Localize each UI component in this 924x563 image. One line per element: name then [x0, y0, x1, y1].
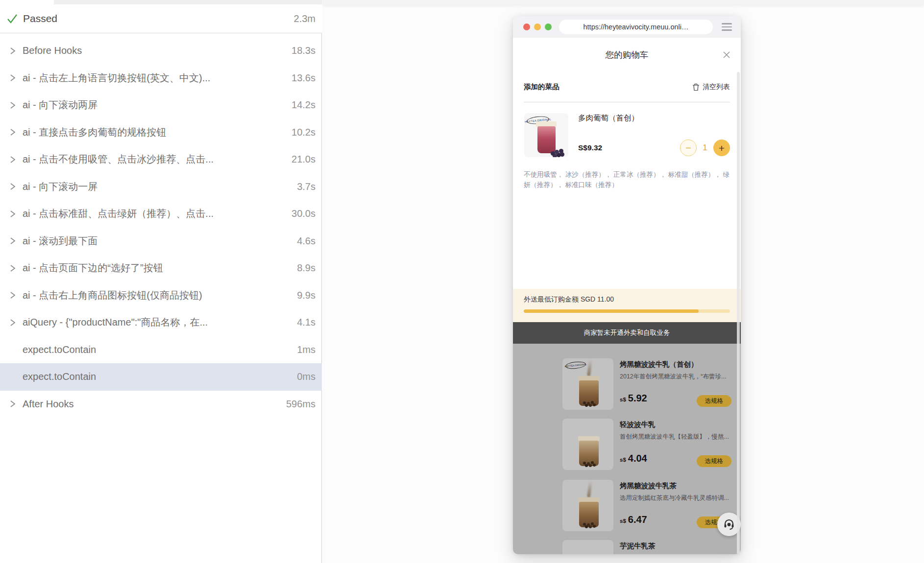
step-label: expect.toContain: [23, 371, 291, 382]
menu-product-name: 烤黑糖波波牛乳（首创）: [620, 360, 698, 369]
boba-decoration: [583, 523, 586, 526]
product-image-taro-milk-tea: [562, 540, 613, 554]
select-spec-button[interactable]: 选规格: [697, 395, 731, 407]
min-order-progress-track: [524, 309, 730, 313]
step-row-ai-scroll-one[interactable]: ai - 向下滚动一屏 3.7s: [0, 173, 322, 201]
drink-cup: [579, 502, 599, 527]
close-window-button[interactable]: [523, 23, 530, 30]
step-duration: 596ms: [286, 399, 316, 410]
step-row-before-hooks[interactable]: Before Hooks 18.3s: [0, 37, 322, 65]
quantity-stepper: − 1 +: [680, 140, 730, 156]
step-row-ai-scroll-bottom[interactable]: ai - 滚动到最下面 4.6s: [0, 228, 322, 255]
cart-scrollbar[interactable]: [737, 72, 740, 554]
step-row-ai-click-standard-sweet[interactable]: ai - 点击标准甜、点击绿妍（推荐）、点击... 30.0s: [0, 200, 322, 228]
step-duration: 18.3s: [292, 45, 316, 56]
menu-product-price: s$ 5.92: [620, 393, 647, 404]
drink-cup: [579, 441, 599, 466]
test-report-panel: Passed 2.3m Before Hooks 18.3s ai - 点击左上…: [0, 0, 322, 563]
dimmed-menu-list: HEYTEA ORIGINAL 烤黑糖波波牛乳（首创） 2012年首创烤黑糖波波…: [513, 344, 741, 554]
minimize-window-button[interactable]: [534, 23, 541, 30]
currency-label: s$: [620, 397, 626, 402]
chevron-right-icon: [9, 47, 16, 55]
step-duration: 30.0s: [292, 208, 316, 219]
sugar-dust-decoration: [587, 359, 592, 376]
select-spec-button[interactable]: 选规格: [697, 455, 731, 467]
zoom-window-button[interactable]: [545, 23, 552, 30]
step-row-expect-tocontain-1[interactable]: expect.toContain 1ms: [0, 336, 322, 364]
url-bar[interactable]: https://heyteavivocity.meuu.onli…: [559, 20, 713, 34]
chevron-right-icon: [9, 399, 16, 408]
step-row-ai-click-no-straw[interactable]: ai - 点击不使用吸管、点击冰沙推荐、点击... 21.0s: [0, 146, 322, 173]
grapes-decoration: [559, 149, 563, 153]
step-label: aiQuery - {"productName":"商品名称，在...: [23, 316, 291, 329]
product-image-light-boba-milk: [562, 419, 613, 470]
close-icon[interactable]: [721, 49, 732, 60]
clear-list-button[interactable]: 清空列表: [692, 83, 730, 92]
menu-product-price: s$ 4.04: [620, 453, 647, 464]
price-amount: 6.47: [628, 514, 647, 525]
cart-item-price: S$9.32: [578, 143, 602, 152]
step-label: ai - 点击标准甜、点击绿妍（推荐）、点击...: [23, 207, 286, 220]
step-duration: 8.9s: [297, 262, 316, 274]
step-duration: 3.7s: [297, 181, 316, 192]
step-row-ai-scroll-two[interactable]: ai - 向下滚动两屏 14.2s: [0, 92, 322, 119]
menu-product-name: 轻波波牛乳: [620, 420, 656, 429]
min-order-banner: 外送最低订购金额 SGD 11.00: [513, 289, 741, 322]
menu-product-row: 轻波波牛乳 首创烤黑糖波波牛乳【轻盈版】，慢熬... s$ 4.04 选规格: [562, 419, 731, 470]
cart-title: 您的购物车: [606, 49, 649, 61]
step-duration: 9.9s: [297, 290, 316, 301]
page-top-strip: [322, 0, 924, 4]
step-row-expect-tocontain-2-selected[interactable]: expect.toContain 0ms: [0, 363, 322, 391]
step-label: ai - 点击左上角语言切换按钮(英文、中文)...: [23, 71, 286, 85]
cart-item-grape: HEYTEA ORIGINAL 多肉葡萄（首创） S$9.32 − 1 +: [524, 113, 730, 165]
step-row-ai-click-done-button[interactable]: ai - 点击页面下边的“选好了”按钮 8.9s: [0, 255, 322, 282]
test-status-row[interactable]: Passed 2.3m: [0, 4, 322, 33]
menu-product-name: 烤黑糖波波牛乳茶: [620, 481, 677, 491]
menu-product-desc: 首创烤黑糖波波牛乳【轻盈版】，慢熬...: [620, 433, 732, 441]
step-duration: 4.1s: [297, 317, 316, 328]
check-icon: [6, 13, 18, 24]
test-steps-list: Before Hooks 18.3s ai - 点击左上角语言切换按钮(英文、中…: [0, 37, 322, 418]
chevron-spacer: [9, 373, 16, 381]
chevron-right-icon: [9, 291, 16, 300]
drink-cup: [537, 126, 556, 153]
boba-decoration: [583, 401, 586, 404]
browser-window: https://heyteavivocity.meuu.onli… 您的购物车 …: [513, 16, 741, 554]
decrease-quantity-button[interactable]: −: [680, 140, 697, 156]
chevron-right-icon: [9, 101, 16, 110]
chevron-right-icon: [9, 128, 16, 137]
cart-item-name: 多肉葡萄（首创）: [578, 113, 639, 123]
menu-icon[interactable]: [722, 23, 732, 31]
scrolled-row-remnant: [54, 0, 322, 4]
chevron-right-icon: [9, 182, 16, 191]
step-label: ai - 向下滚动两屏: [23, 98, 286, 112]
step-label: expect.toContain: [23, 344, 291, 355]
chevron-right-icon: [9, 73, 16, 82]
increase-quantity-button[interactable]: +: [713, 140, 730, 156]
menu-product-row: HEYTEA ORIGINAL 烤黑糖波波牛乳（首创） 2012年首创烤黑糖波波…: [562, 358, 731, 410]
chevron-right-icon: [9, 318, 16, 327]
step-row-after-hooks[interactable]: After Hooks 596ms: [0, 391, 322, 418]
menu-product-price: s$ 6.47: [620, 514, 647, 525]
boba-decoration: [583, 462, 586, 465]
currency-label: s$: [620, 518, 626, 524]
step-row-ai-language-switch[interactable]: ai - 点击左上角语言切换按钮(英文、中文)... 13.6s: [0, 65, 322, 92]
step-row-aiquery-product-name[interactable]: aiQuery - {"productName":"商品名称，在... 4.1s: [0, 309, 322, 336]
clear-list-label: 清空列表: [703, 83, 730, 92]
menu-product-name: 芋泥牛乳茶: [620, 541, 656, 551]
step-duration: 4.6s: [297, 235, 316, 247]
test-status-label: Passed: [23, 13, 57, 24]
step-row-ai-click-product-icon[interactable]: ai - 点击右上角商品图标按钮(仅商品按钮) 9.9s: [0, 282, 322, 309]
step-label: ai - 点击不使用吸管、点击冰沙推荐、点击...: [23, 153, 286, 166]
quantity-value: 1: [697, 143, 713, 153]
sugar-dust-decoration: [587, 481, 592, 498]
step-row-ai-click-grape-spec[interactable]: ai - 直接点击多肉葡萄的规格按钮 10.2s: [0, 119, 322, 146]
cart-item-options: 不使用吸管， 冰沙（推荐）， 正常冰（推荐）， 标准甜（推荐）， 绿妍（推荐），…: [524, 169, 730, 190]
step-duration: 0ms: [297, 371, 316, 382]
menu-product-row: 烤黑糖波波牛乳茶 选用定制嫣红茶底与冷藏牛乳灵感特调... s$ 6.47 选规…: [562, 480, 731, 532]
menu-product-desc: 2012年首创烤黑糖波波牛乳，“布蕾珍...: [620, 373, 732, 381]
menu-product-desc: 选用定制嫣红茶底与冷藏牛乳灵感特调...: [620, 494, 732, 502]
headset-icon: [723, 518, 735, 531]
step-duration: 10.2s: [292, 127, 316, 138]
chevron-spacer: [9, 345, 16, 354]
